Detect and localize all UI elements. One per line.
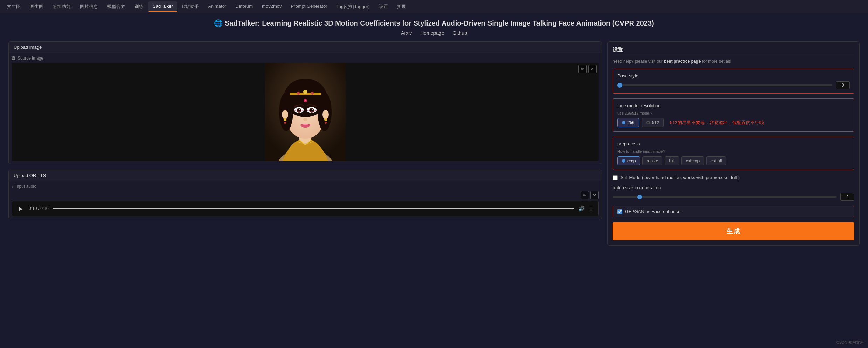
help-link[interactable]: best practice page (664, 59, 701, 64)
gfpgan-label: GFPGAN as Face enhancer (625, 209, 682, 214)
audio-play-btn[interactable]: ▶ (17, 205, 25, 212)
input-audio-text: Input audio (16, 184, 36, 189)
audio-header: Upload OR TTS (9, 170, 602, 181)
svg-point-10 (297, 92, 300, 95)
preprocess-btn-crop[interactable]: crop (617, 156, 640, 165)
svg-point-26 (324, 118, 327, 121)
input-audio-label: ♪ Input audio (12, 184, 599, 189)
source-image-text: Source image (18, 56, 43, 61)
batch-size-section: batch size in generation 2 (613, 185, 854, 201)
nav-item-mov2mov[interactable]: mov2mov (258, 1, 286, 12)
svg-point-20 (299, 109, 300, 110)
homepage-link[interactable]: Homepage (420, 30, 444, 36)
svg-point-21 (312, 109, 313, 110)
svg-point-23 (282, 110, 288, 119)
source-image-label-row: 🖼 Source image (12, 56, 599, 61)
preprocess-label-crop: crop (627, 158, 636, 163)
batch-size-label: batch size in generation (613, 185, 854, 190)
arxiv-link[interactable]: Arxiv (401, 30, 412, 36)
batch-size-value: 2 (840, 193, 854, 201)
gfpgan-row: GFPGAN as Face enhancer (613, 206, 854, 217)
svg-point-24 (322, 110, 329, 119)
nav-item-civitai[interactable]: C站助手 (178, 1, 203, 12)
face-model-radio-group: 256 512 (617, 118, 664, 127)
nav-item-pnginfo[interactable]: 图片信息 (76, 1, 102, 12)
still-mode-checkbox[interactable] (613, 175, 618, 180)
upload-image-label: Upload image (14, 45, 42, 50)
audio-area: ♪ Input audio ✏ ✕ ▶ (9, 181, 602, 219)
face-model-warning: 512的尽量不要选，容易溢出，低配置的不行哦 (670, 120, 764, 126)
face-model-512-dot (646, 121, 650, 124)
preprocess-btn-resize[interactable]: resize (642, 156, 662, 165)
generate-button[interactable]: 生成 (613, 222, 854, 240)
batch-size-slider[interactable] (613, 196, 837, 198)
svg-point-25 (284, 118, 286, 121)
image-container[interactable]: ✏ ✕ (12, 63, 599, 161)
audio-progress-fill (53, 208, 574, 209)
preprocess-label-resize: resize (647, 158, 658, 163)
main-content: 🌐 SadTalker: Learning Realistic 3D Motio… (0, 13, 868, 251)
nav-item-merge[interactable]: 模型合并 (103, 1, 130, 12)
nav-item-sadtalker[interactable]: SadTalker (148, 1, 177, 12)
pose-style-slider[interactable] (617, 84, 832, 86)
batch-size-slider-row: 2 (613, 193, 854, 201)
upload-image-card: Upload image 🖼 Source image (8, 41, 602, 164)
svg-point-28 (325, 122, 327, 124)
audio-edit-btn[interactable]: ✏ (581, 191, 589, 199)
audio-time: 0:10 / 0:10 (29, 206, 49, 211)
audio-volume-icon[interactable]: 🔊 (578, 206, 584, 211)
two-col-layout: Upload image 🖼 Source image (8, 41, 860, 246)
upload-image-header: Upload image (9, 42, 602, 53)
audio-more-icon[interactable]: ⋮ (589, 206, 593, 211)
preprocess-label-full: full (669, 158, 674, 163)
pose-style-section: Pose style 0 (613, 69, 854, 94)
preprocess-btn-extcrop[interactable]: extcrop (681, 156, 704, 165)
face-model-256-btn[interactable]: 256 (617, 118, 639, 127)
preprocess-btn-extfull[interactable]: extfull (706, 156, 726, 165)
settings-title: 设置 (613, 47, 854, 55)
preprocess-dot-crop (622, 159, 625, 163)
svg-point-22 (303, 118, 307, 121)
audio-top-controls: ✏ ✕ (12, 191, 599, 199)
source-image-preview (265, 63, 346, 161)
still-mode-row: Still Mode (fewer hand motion, works wit… (613, 175, 854, 180)
svg-point-9 (303, 90, 307, 94)
preprocess-label: preprocess (617, 141, 850, 146)
audio-close-btn[interactable]: ✕ (590, 191, 599, 199)
source-image-area: 🖼 Source image (9, 53, 602, 164)
nav-item-txt2img[interactable]: 文生图 (3, 1, 25, 12)
nav-item-extensions[interactable]: 扩展 (393, 1, 410, 12)
preprocess-section: preprocess How to handle input image? cr… (613, 137, 854, 170)
page-header: 🌐 SadTalker: Learning Realistic 3D Motio… (8, 19, 860, 36)
nav-item-promptgen[interactable]: Prompt Generator (286, 1, 331, 12)
nav-item-extra[interactable]: 附加功能 (48, 1, 75, 12)
header-title-text: SadTalker: Learning Realistic 3D Motion … (225, 19, 654, 27)
nav-item-img2img[interactable]: 图生图 (26, 1, 48, 12)
svg-point-11 (311, 92, 314, 95)
face-model-sublabel: use 256/512 model? (617, 111, 850, 115)
image-close-btn[interactable]: ✕ (588, 65, 597, 73)
face-model-256-label: 256 (627, 120, 634, 125)
nav-item-deforum[interactable]: Deforum (231, 1, 257, 12)
audio-player: ▶ 0:10 / 0:10 🔊 ⋮ (12, 201, 599, 216)
svg-point-27 (284, 122, 286, 124)
pose-style-label: Pose style (617, 73, 850, 79)
nav-item-train[interactable]: 训练 (130, 1, 148, 12)
image-edit-btn[interactable]: ✏ (578, 65, 587, 73)
preprocess-btn-full[interactable]: full (665, 156, 679, 165)
svg-point-13 (305, 100, 306, 101)
nav-item-animator[interactable]: Animator (204, 1, 230, 12)
nav-item-tagger[interactable]: Tag反推(Tagger) (332, 1, 374, 12)
help-prefix: need help? please visit our (613, 59, 664, 64)
github-link[interactable]: Github (453, 30, 467, 36)
audio-progress-bar[interactable] (53, 208, 574, 209)
settings-panel: 设置 need help? please visit our best prac… (607, 41, 860, 246)
preprocess-sublabel: How to handle input image? (617, 149, 850, 153)
help-suffix: for more detials (701, 59, 731, 64)
header-links: Arxiv Homepage Github (8, 30, 860, 36)
gfpgan-checkbox[interactable] (617, 209, 622, 214)
nav-items: 文生图图生图附加功能图片信息模型合并训练SadTalkerC站助手Animato… (3, 1, 410, 12)
face-model-512-btn[interactable]: 512 (642, 118, 664, 127)
pose-style-value: 0 (836, 81, 850, 89)
nav-item-settings[interactable]: 设置 (375, 1, 392, 12)
